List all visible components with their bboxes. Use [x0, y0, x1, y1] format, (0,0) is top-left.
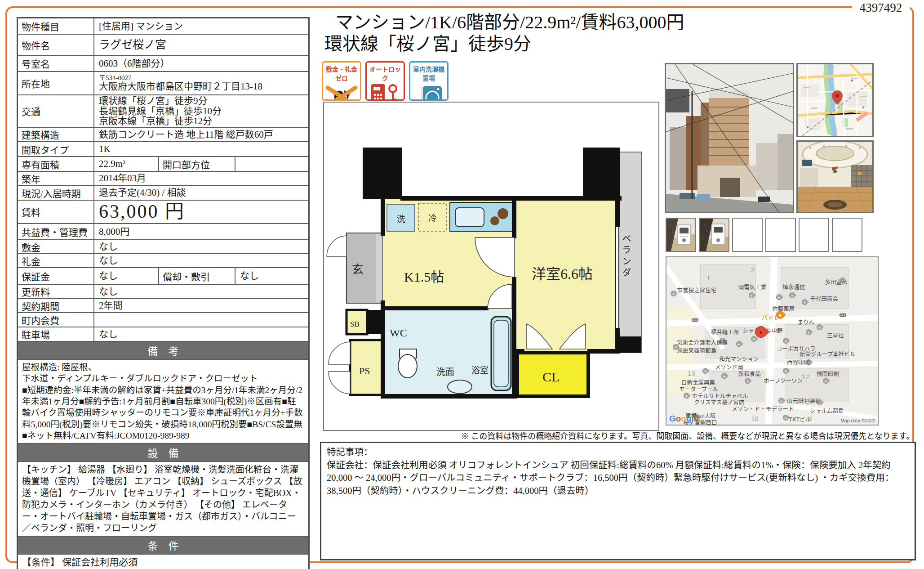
map-label: 12 — [802, 373, 809, 381]
badge-title: 室内洗濯機置場 — [410, 63, 447, 82]
toilet — [398, 354, 417, 378]
row-value: 0603（6階部分） — [94, 56, 308, 71]
row-value — [94, 313, 308, 327]
row-label: 物件名 — [18, 35, 94, 55]
map-label: 佐藤薬局 — [772, 304, 795, 313]
row-label: 町内会費 — [18, 313, 94, 327]
row-label: 礼金 — [18, 254, 94, 267]
row-value: なし — [94, 240, 308, 253]
row-label: 保証金 — [18, 268, 94, 284]
address-text: 大阪府大阪市都島区中野町２丁目13-18 — [99, 81, 262, 92]
row-value: 環状線「桜ノ宮」徒歩9分 長堀鶴見線「京橋」徒歩10分 京阪本線「京橋」徒歩12… — [94, 95, 308, 127]
row-label-2: 開口部方位 — [158, 157, 235, 171]
page-title: マンション/1K/6階部分/22.9m²/賃料63,000円 環状線「桜ノ宮」徒… — [324, 12, 801, 55]
row-label: 建築構造 — [18, 128, 94, 141]
floor-plan: 玄 K1.5帖 洋室6.6帖 WC 洗面 浴室 SB PS CL 洗 冷 ベラン… — [323, 102, 659, 431]
map-label: 2 — [751, 266, 755, 273]
row-key-money: 礼金 なし — [18, 254, 308, 268]
autolock-icon — [367, 82, 404, 101]
map-label: 三星社 — [827, 331, 844, 340]
pillar — [363, 148, 402, 199]
google-logo: Google — [669, 414, 698, 424]
row-structure: 建築構造 鉄筋コンクリート造 地上11階 総戸数60戸 — [18, 128, 308, 142]
property-spec-table: 物件種目 [住居用] マンション 物件名 ラグゼ桜ノ宮 号室名 0603（6階部… — [17, 17, 310, 569]
special-notes-box: 特記事項： 保証会社：保証会社利用必須 オリコフォレントインシュア 初回保証料:… — [320, 442, 916, 560]
traffic-signal-icon — [692, 318, 698, 322]
google-letter: e — [694, 414, 699, 423]
row-area: 専有面積 22.9m² 開口部方位 — [18, 157, 308, 172]
badge-indoor-laundry: 室内洗濯機置場 — [409, 61, 449, 101]
row-value: 2014年03月 — [94, 172, 308, 185]
map-pin-icon — [782, 413, 790, 421]
row-value: 〒534-0027 大阪府大阪市都島区中野町２丁目13-18 — [94, 72, 308, 94]
row-value: 22.9m² — [94, 157, 158, 171]
badge-title: 敷金・礼金ゼロ — [323, 63, 360, 82]
row-parking: 駐車場 なし — [18, 327, 308, 342]
orange-x-icon — [325, 84, 358, 101]
row-value: [住居用] マンション — [94, 18, 308, 34]
thumbnail-empty — [799, 218, 829, 252]
map-label: まりん — [797, 318, 814, 326]
row-label: 間取タイプ — [18, 142, 94, 156]
map-label: 新栄グループ本社ビル — [800, 349, 855, 358]
row-label: 契約期間 — [18, 299, 94, 312]
pillar — [583, 148, 620, 200]
title-line-1: マンション/1K/6階部分/22.9m²/賃料63,000円 — [324, 12, 801, 33]
map-label: 岡電気工業 — [738, 282, 767, 291]
thumbnail-empty — [732, 218, 763, 252]
remarks-text: 屋根構造: 陸屋根、 下水道・ディンプルキー・ダブルロックドア・クローゼット ■… — [18, 360, 308, 444]
row-guarantee-money: 保証金 なし 償却・敷引 なし — [18, 268, 308, 285]
map-label: ホープツーワン — [764, 376, 803, 385]
row-label: 更新料 — [18, 285, 94, 298]
row-value: 1K — [94, 142, 308, 156]
row-label: 所在地 — [18, 72, 94, 94]
row-value: なし — [94, 254, 308, 267]
map-label: メゾン・ド・モデラート — [732, 404, 794, 413]
row-layout-type: 間取タイプ 1K — [18, 142, 308, 157]
thumbnail-empty — [832, 218, 862, 252]
badge-title: オートロック — [367, 63, 404, 82]
photo-thumbnails — [666, 218, 862, 252]
row-value: 8,000円 — [94, 224, 308, 239]
building-exterior-photo — [665, 63, 794, 213]
washbasin — [448, 380, 472, 394]
row-property-type: 物件種目 [住居用] マンション — [18, 18, 308, 35]
special-notes-body: 保証会社：保証会社利用必須 オリコフォレントインシュア 初回保証料:総賃料の60… — [327, 459, 909, 497]
row-built-year: 築年 2014年03月 — [18, 172, 308, 186]
map-pin-icon — [777, 397, 785, 405]
kitchen-label: K1.5帖 — [404, 269, 444, 284]
special-notes-title: 特記事項： — [327, 446, 909, 459]
remarks-header: 備 考 — [18, 342, 308, 360]
google-letter: o — [681, 414, 686, 423]
washroom-label: 洗面 — [436, 367, 454, 377]
row-label: 共益費・管理費 — [18, 224, 94, 239]
row-label: 駐車場 — [18, 327, 94, 341]
row-label: 賃料 — [18, 201, 94, 223]
postal-code: 〒534-0027 — [99, 75, 132, 81]
row-label: 号室名 — [18, 56, 94, 71]
neighborhood-map: 市営桜之宮住宅 1 2 岡電気工業 樟永通信 多田宣伝 千代田商会 佐藤薬局 パ… — [666, 256, 879, 426]
badge-autolock: オートロック — [365, 61, 405, 101]
map-label: 新和食品 — [738, 369, 761, 378]
rent-amount: 63,000 円 — [94, 201, 308, 223]
row-management-fee: 共益費・管理費 8,000円 — [18, 224, 308, 240]
row-label: 現況/入居時期 — [18, 186, 94, 200]
row-value: なし — [94, 327, 308, 341]
ps-label: PS — [359, 365, 370, 376]
sink — [455, 208, 484, 227]
row-label: 敷金 — [18, 240, 94, 253]
row-transport: 交通 環状線「桜ノ宮」徒歩9分 長堀鶴見線「京橋」徒歩10分 京阪本線「京橋」徒… — [18, 95, 308, 128]
row-renewal-fee: 更新料 なし — [18, 285, 308, 299]
feature-badges: 敷金・礼金ゼロ 敷礼. オートロック — [322, 61, 449, 101]
row-address: 所在地 〒534-0027 大阪府大阪市都島区中野町２丁目13-18 — [18, 72, 308, 95]
window — [615, 227, 619, 328]
row-room-number: 号室名 0603（6階部分） — [18, 56, 308, 72]
sb-label: SB — [350, 320, 360, 328]
row-value: なし — [94, 268, 158, 284]
map-label: 10 — [751, 415, 759, 422]
map-label: 千代田商会 — [810, 294, 839, 303]
burner — [490, 216, 499, 225]
row-deposit: 敷金 なし — [18, 240, 308, 254]
map-label: 根間印刷 — [817, 369, 839, 378]
closet-label: CL — [542, 369, 560, 384]
